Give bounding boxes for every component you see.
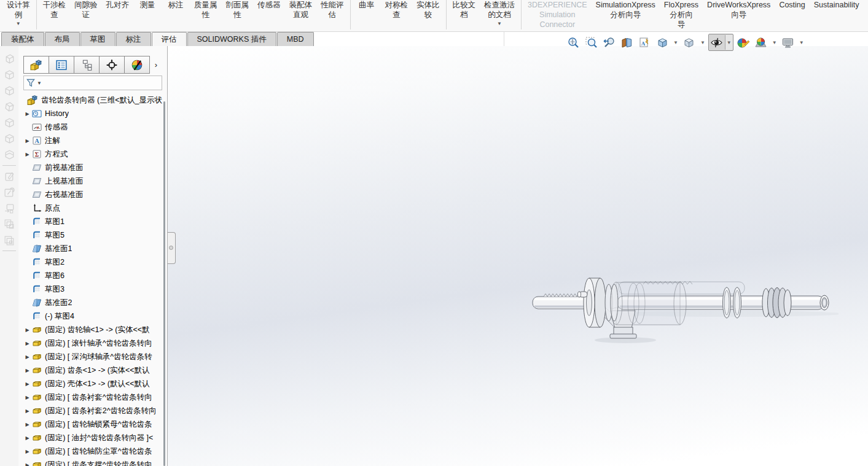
ribbon-button[interactable]: ▼: [350, 0, 351, 29]
tree-item[interactable]: ▶ A Σ 注解: [18, 134, 167, 147]
tree-item[interactable]: ▶ A Σ 草图2: [18, 255, 167, 269]
ribbon-button[interactable]: 检查激活 的文档 ▼: [480, 0, 519, 32]
chevron-down-icon[interactable]: ▼: [699, 40, 706, 45]
commandmanager-tab[interactable]: 草图: [80, 32, 115, 46]
tab-dimxpertmanager[interactable]: [99, 56, 125, 74]
chevron-down-icon[interactable]: ▼: [725, 35, 733, 50]
apply-scene-button[interactable]: [753, 34, 769, 50]
zoom-to-area-button[interactable]: [583, 34, 599, 50]
expand-arrow-icon[interactable]: ▶: [24, 395, 31, 400]
tree-item[interactable]: ▶ A Σ 草图3: [18, 282, 167, 296]
expand-arrow-icon[interactable]: ▶: [24, 408, 31, 414]
ribbon-button[interactable]: ▼: [36, 0, 37, 29]
tree-item[interactable]: ▶ A Σ (固定) [ 齿条支撑^齿轮齿条转向: [18, 458, 167, 466]
view-orientation-button[interactable]: [654, 34, 670, 50]
ribbon-button[interactable]: ▼: [521, 0, 522, 29]
tree-item[interactable]: ▶ A Σ (固定) [ 油封^齿轮齿条转向器 ]<: [18, 431, 167, 445]
ribbon-button[interactable]: FloXpress 分析向 导 ▼: [660, 0, 703, 32]
chevron-down-icon[interactable]: ▼: [672, 40, 679, 45]
expand-arrow-icon[interactable]: ▶: [24, 422, 31, 427]
tree-item[interactable]: ▶ A Σ History: [18, 107, 167, 120]
tree-item[interactable]: ▶ A Σ 上视基准面: [18, 174, 167, 188]
tree-item[interactable]: ▶ A Σ 基准面2: [18, 296, 167, 309]
tree-item[interactable]: ▶ A Σ 草图5: [18, 228, 167, 242]
panel-splitter-handle[interactable]: [168, 232, 176, 264]
ribbon-button[interactable]: DriveWorksXpress 向导 ▼: [703, 0, 775, 32]
tree-item[interactable]: ▶ A Σ (固定) [ 齿条衬套^齿轮齿条转向: [18, 390, 167, 404]
tree-scrollbar[interactable]: [163, 101, 165, 466]
expand-arrow-icon[interactable]: ▶: [24, 152, 31, 157]
ribbon-button[interactable]: 标注 ▼: [162, 0, 190, 32]
commandmanager-tab[interactable]: SOLIDWORKS 插件: [187, 32, 276, 46]
expand-arrow-icon[interactable]: ▶: [24, 354, 31, 360]
commandmanager-tab[interactable]: 布局: [45, 32, 80, 46]
tree-item[interactable]: ▶ A Σ 草图6: [18, 269, 167, 282]
ribbon-button[interactable]: 剖面属 性 ▼: [222, 0, 254, 32]
tree-item[interactable]: ▶ A Σ 方程式: [18, 147, 167, 161]
ribbon-button[interactable]: 质量属 性 ▼: [190, 0, 222, 32]
tab-displaymanager[interactable]: [124, 56, 150, 74]
tree-item[interactable]: ▶ A Σ (固定) [ 齿条衬套2^齿轮齿条转向: [18, 404, 167, 417]
graphics-viewport[interactable]: [168, 46, 868, 466]
expand-arrow-icon[interactable]: ▶: [24, 368, 31, 373]
commandmanager-tab[interactable]: 评估: [152, 32, 187, 46]
tree-item[interactable]: ▶ A Σ 前视基准面: [18, 161, 167, 174]
tree-item[interactable]: ▶ A Σ (固定) [ 齿轮轴锁紧母^齿轮齿条: [18, 417, 167, 431]
ribbon-button[interactable]: 设计算 例 ▼: [2, 0, 34, 32]
commandmanager-tab[interactable]: 装配体: [1, 32, 44, 46]
expand-arrow-icon[interactable]: ▶: [24, 381, 31, 387]
ribbon-button[interactable]: 对称检 查 ▼: [381, 0, 413, 32]
tree-item[interactable]: ▶ A Σ 原点: [18, 201, 167, 215]
expand-arrow-icon[interactable]: ▶: [24, 138, 31, 144]
zoom-to-fit-button[interactable]: [565, 34, 581, 50]
tree-item[interactable]: ▶ A Σ (固定) 壳体<1> -> (默认<<默认: [18, 377, 167, 390]
ribbon-button[interactable]: 性能评 估 ▼: [316, 0, 348, 32]
section-view-button[interactable]: [619, 34, 635, 50]
ribbon-button[interactable]: 3DEXPERIENCE Simulation Connector ▼: [523, 0, 592, 32]
ribbon-button[interactable]: Costing ▼: [775, 0, 809, 32]
tree-item[interactable]: ▶ A Σ (固定) 齿轮轴<1> -> (实体<<默: [18, 323, 167, 336]
ribbon-button[interactable]: Sustainability ▼: [810, 0, 864, 32]
tree-item[interactable]: ▶ A Σ (固定) [ 齿轮轴防尘罩^齿轮齿条: [18, 445, 167, 458]
ribbon-button[interactable]: 传感器 ▼: [253, 0, 285, 32]
expand-arrow-icon[interactable]: ▶: [24, 111, 31, 117]
tree-item[interactable]: ▶ A Σ 右视基准面: [18, 188, 167, 201]
previous-view-button[interactable]: [601, 34, 617, 50]
commandmanager-tab[interactable]: 标注: [116, 32, 151, 46]
tree-root-item[interactable]: 齿轮齿条转向器 (三维<默认_显示状: [18, 93, 167, 107]
tree-item[interactable]: ▶ A Σ (-) 草图4: [18, 309, 167, 323]
tree-item[interactable]: ▶ A Σ (固定) [ 滚针轴承^齿轮齿条转向: [18, 336, 167, 350]
expand-arrow-icon[interactable]: ▶: [24, 341, 31, 346]
tree-item[interactable]: ▶ A Σ 草图1: [18, 215, 167, 228]
commandmanager-tab[interactable]: MBD: [277, 32, 314, 46]
chevron-down-icon[interactable]: ▼: [798, 40, 805, 45]
ribbon-button[interactable]: ▼: [446, 0, 447, 29]
expand-arrow-icon[interactable]: ▶: [24, 327, 31, 333]
ribbon-button[interactable]: 比较文 档 ▼: [448, 0, 480, 32]
expand-arrow-icon[interactable]: ▶: [24, 449, 31, 454]
tab-featuremanager-tree[interactable]: [23, 56, 49, 74]
tab-configurationmanager[interactable]: [74, 56, 100, 74]
expand-arrow-icon[interactable]: ▶: [24, 462, 31, 466]
ribbon-button[interactable]: 孔对齐 ▼: [102, 0, 134, 32]
panel-flyout-arrow[interactable]: ›: [149, 56, 163, 74]
ribbon-button[interactable]: SimulationXpress 分析向导 ▼: [592, 0, 660, 32]
tree-item[interactable]: ▶ A Σ (固定) [ 深沟球轴承^齿轮齿条转: [18, 350, 167, 363]
tab-propertymanager[interactable]: [49, 56, 74, 74]
display-style-button[interactable]: [681, 34, 697, 50]
tree-filter[interactable]: ▼: [23, 76, 162, 90]
tree-item[interactable]: ▶ A Σ 基准面1: [18, 242, 167, 255]
ribbon-button[interactable]: 装配体 直观 ▼: [285, 0, 317, 32]
chevron-down-icon[interactable]: ▼: [771, 40, 778, 45]
view-settings-button[interactable]: [780, 34, 796, 50]
edit-appearance-button[interactable]: [735, 34, 751, 50]
ribbon-button[interactable]: 曲率 ▼: [353, 0, 381, 32]
hide-show-items-button[interactable]: [709, 34, 725, 50]
ribbon-button[interactable]: 间隙验 证 ▼: [70, 0, 102, 32]
expand-arrow-icon[interactable]: ▶: [24, 435, 31, 441]
hide-show-annotations-button[interactable]: A: [636, 34, 652, 50]
tree-item[interactable]: ▶ A Σ 传感器: [18, 120, 167, 134]
ribbon-button[interactable]: 测量 ▼: [133, 0, 162, 32]
ribbon-button[interactable]: 干涉检 查 ▼: [39, 0, 71, 32]
ribbon-button[interactable]: 实体比 较 ▼: [412, 0, 444, 32]
